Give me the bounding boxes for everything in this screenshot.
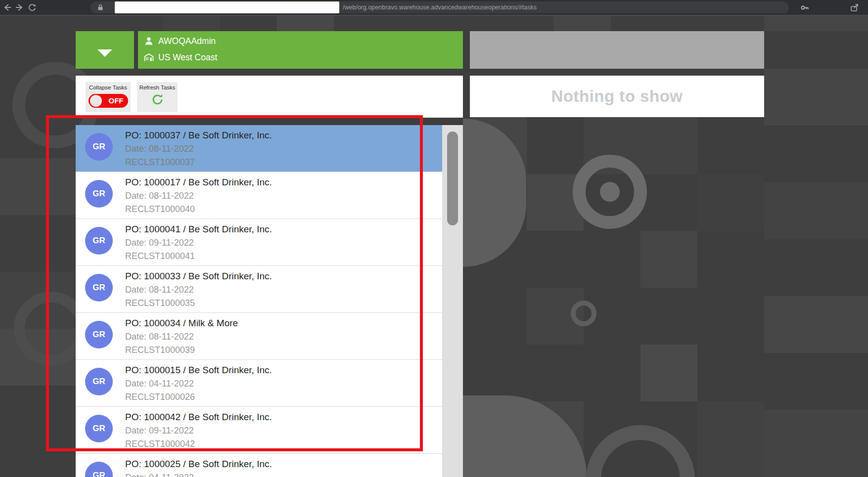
task-avatar-text: GR [92,189,105,199]
task-title: PO: 1000041 / Be Soft Drinker, Inc. [125,222,272,236]
toggle-state-label: OFF [109,94,124,108]
task-type-badge: GR [85,368,113,395]
task-text: PO: 1000042 / Be Soft Drinker, Inc. Date… [125,410,272,451]
logo-watermark [586,425,695,477]
task-row[interactable]: GR PO: 1000025 / Be Soft Drinker, Inc. D… [76,454,442,477]
task-text: PO: 1000033 / Be Soft Drinker, Inc. Date… [125,269,272,310]
task-avatar-text: GR [92,377,105,387]
key-icon[interactable] [800,3,809,12]
task-title: PO: 1000034 / Milk & More [125,316,238,330]
task-type-badge: GR [85,321,113,348]
task-row[interactable]: GR PO: 1000015 / Be Soft Drinker, Inc. D… [76,360,442,407]
task-row[interactable]: GR PO: 1000037 / Be Soft Drinker, Inc. D… [76,125,442,172]
user-name: AWOQAAdmin [158,36,216,46]
detail-panel: Nothing to show [470,76,764,117]
task-avatar-text: GR [92,471,105,477]
session-header[interactable]: AWOQAAdmin US West Coast [138,31,463,69]
task-date: Date: 09-11-2022 [125,424,272,437]
task-avatar-text: GR [92,236,105,246]
empty-state-message: Nothing to show [551,87,683,106]
background-tile [764,182,868,239]
reload-icon[interactable] [28,3,37,12]
task-row[interactable]: GR PO: 1000033 / Be Soft Drinker, Inc. D… [76,266,442,313]
user-icon [144,36,154,46]
forward-icon[interactable] [15,3,24,12]
task-date: Date: 08-11-2022 [125,330,238,344]
background-tile [764,15,868,31]
collapse-tasks-button[interactable]: Collapse Tasks OFF [86,82,131,112]
task-type-badge: GR [85,415,113,442]
toggle-knob [90,95,102,107]
collapse-tasks-label: Collapse Tasks [86,82,131,90]
task-row[interactable]: GR PO: 1000041 / Be Soft Drinker, Inc. D… [76,219,442,266]
task-text: PO: 1000017 / Be Soft Drinker, Inc. Date… [125,175,272,216]
lock-icon [97,4,104,11]
task-ref: RECLST1000037 [125,156,272,169]
browser-toolbar: /web/org.openbravo.warehouse.advancedwar… [0,0,868,16]
task-date: Date: 09-11-2022 [125,236,272,250]
task-date: Date: 08-11-2022 [125,142,272,156]
task-ref: RECLST1000039 [125,344,238,357]
collapse-tasks-toggle[interactable]: OFF [89,94,128,108]
redacted-url-area [115,1,339,13]
share-icon[interactable] [850,3,859,12]
task-text: PO: 1000034 / Milk & More Date: 08-11-20… [125,316,238,357]
task-title: PO: 1000042 / Be Soft Drinker, Inc. [125,410,272,424]
url-path: /web/org.openbravo.warehouse.advancedwar… [343,4,537,11]
warehouse-icon [144,52,154,62]
refresh-icon [151,92,164,106]
menu-dropdown-button[interactable] [76,31,134,69]
task-date: Date: 04-11-2022 [125,377,272,390]
task-row[interactable]: GR PO: 1000017 / Be Soft Drinker, Inc. D… [76,172,442,219]
background-tile [277,15,334,31]
task-text: PO: 1000015 / Be Soft Drinker, Inc. Date… [125,363,272,404]
right-header-bar [470,31,764,69]
task-ref: RECLST1000041 [125,250,272,263]
task-title: PO: 1000017 / Be Soft Drinker, Inc. [125,175,272,189]
logo-watermark [571,301,596,326]
back-icon[interactable] [3,3,12,12]
background-tile [600,182,620,202]
task-ref: RECLST1000026 [125,390,272,404]
task-avatar-text: GR [92,142,105,152]
task-ref: RECLST1000042 [125,437,272,451]
background-tile [764,296,868,353]
chevron-down-icon [97,49,112,57]
task-ref: RECLST1000035 [125,297,272,310]
task-avatar-text: GR [92,330,105,340]
background-tile [163,15,220,31]
task-title: PO: 1000015 / Be Soft Drinker, Inc. [125,363,272,377]
task-title: PO: 1000025 / Be Soft Drinker, Inc. [125,457,272,471]
scrollbar-track[interactable] [442,125,463,477]
task-title: PO: 1000033 / Be Soft Drinker, Inc. [125,269,272,283]
task-text: PO: 1000025 / Be Soft Drinker, Inc. Date… [125,457,272,477]
task-type-badge: GR [85,274,113,302]
task-avatar-text: GR [92,424,105,434]
background-tile [697,401,764,477]
task-date: Date: 08-11-2022 [125,283,272,297]
refresh-tasks-label: Refresh Tasks [137,82,178,90]
background-tile [640,231,697,288]
task-type-badge: GR [85,462,113,477]
task-date: Date: 04-11-2022 [125,471,272,477]
warehouse-name: US West Coast [158,52,217,63]
task-type-badge: GR [85,180,113,208]
task-title: PO: 1000037 / Be Soft Drinker, Inc. [125,129,272,142]
task-list: GR PO: 1000037 / Be Soft Drinker, Inc. D… [76,125,442,477]
task-row[interactable]: GR PO: 1000042 / Be Soft Drinker, Inc. D… [76,407,442,454]
task-type-badge: GR [85,133,113,161]
scrollbar-thumb[interactable] [447,131,458,225]
background-tile [697,174,764,231]
task-ref: RECLST1000040 [125,203,272,216]
background-tile [0,158,76,215]
task-avatar-text: GR [92,283,105,293]
task-date: Date: 08-11-2022 [125,189,272,203]
refresh-tasks-button[interactable]: Refresh Tasks [137,82,178,112]
task-row[interactable]: GR PO: 1000034 / Milk & More Date: 08-11… [76,313,442,360]
background-tile [764,69,868,126]
url-bar[interactable]: /web/org.openbravo.warehouse.advancedwar… [91,1,789,13]
task-list-panel: GR PO: 1000037 / Be Soft Drinker, Inc. D… [76,125,463,477]
task-text: PO: 1000037 / Be Soft Drinker, Inc. Date… [125,129,272,169]
background-tile [640,345,697,401]
task-type-badge: GR [85,227,113,255]
